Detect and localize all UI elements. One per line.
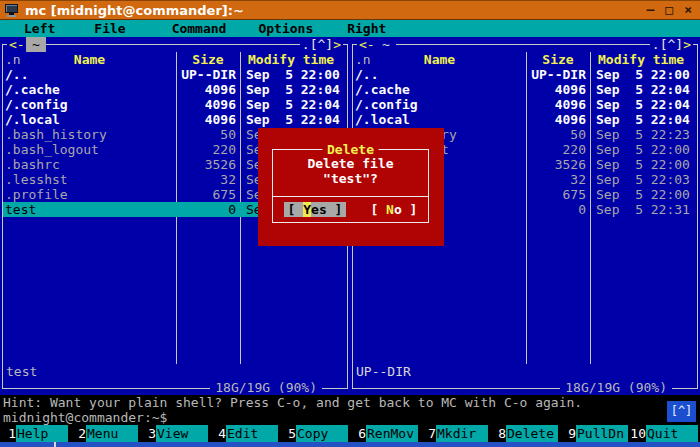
file-size: 4096 — [526, 112, 590, 127]
menu-file[interactable]: File — [94, 20, 125, 37]
column-header-size[interactable]: Size — [526, 52, 590, 67]
fkey-label: View — [156, 425, 208, 442]
file-row[interactable]: /.config4096Sep 5 22:04 — [353, 97, 697, 112]
column-headers: .n Name Size Modify time — [3, 52, 347, 67]
file-mtime: Sep 5 22:03 — [590, 172, 690, 187]
file-name: test — [3, 202, 176, 217]
file-size: UP--DIR — [176, 67, 240, 82]
function-key-bar: 1Help2Menu3View4Edit5Copy6RenMov7Mkdir8D… — [0, 425, 700, 442]
fkey-label: RenMov — [366, 425, 418, 442]
file-size: 220 — [176, 142, 240, 157]
file-size: 220 — [526, 142, 590, 157]
column-header-size[interactable]: Size — [176, 52, 240, 67]
file-name: /.local — [353, 112, 526, 127]
up-dir-icon[interactable]: [^] — [310, 37, 333, 52]
file-size: 675 — [176, 187, 240, 202]
resize-grip[interactable] — [54, 442, 56, 447]
fkey-quit-button[interactable]: 10Quit — [630, 425, 700, 442]
file-name: .bash_history — [3, 127, 176, 142]
disk-usage: 18G/19G (90%) — [560, 381, 672, 395]
minimize-icon[interactable]: – — [647, 1, 655, 19]
dotfiles-indicator: . — [652, 37, 660, 52]
window-bottom-border — [0, 442, 700, 447]
window-title: mc [midnight@commander]:~ — [25, 3, 244, 18]
file-row[interactable]: /.local4096Sep 5 22:04 — [3, 112, 347, 127]
file-mtime: Sep 5 22:04 — [590, 112, 690, 127]
fkey-help-button[interactable]: 1Help — [0, 425, 70, 442]
dialog-title: Delete — [322, 142, 379, 157]
fkey-view-button[interactable]: 3View — [140, 425, 210, 442]
file-row[interactable]: /.config4096Sep 5 22:04 — [3, 97, 347, 112]
history-forward-arrow[interactable]: > — [333, 37, 341, 52]
breadcrumb[interactable]: ~ — [26, 37, 46, 52]
file-mtime: Sep 5 22:00 — [590, 142, 690, 157]
file-name: /.config — [353, 97, 526, 112]
history-back-arrow[interactable]: <- — [7, 37, 27, 52]
fkey-menu-button[interactable]: 2Menu — [70, 425, 140, 442]
file-mtime: Sep 5 22:00 — [590, 187, 690, 202]
file-name: /.local — [3, 112, 176, 127]
file-name: .lesshst — [3, 172, 176, 187]
fkey-mkdir-button[interactable]: 7Mkdir — [420, 425, 490, 442]
file-size: 4096 — [526, 82, 590, 97]
file-size: 0 — [176, 202, 240, 217]
file-name: /.cache — [353, 82, 526, 97]
file-mtime: Sep 5 22:04 — [590, 97, 690, 112]
menu-left[interactable]: Left — [24, 20, 55, 37]
maximize-icon[interactable]: □ — [665, 1, 673, 19]
close-icon[interactable]: × — [684, 1, 692, 19]
file-name: /.config — [3, 97, 176, 112]
fkey-number: 10 — [630, 425, 646, 442]
column-header-name[interactable]: Name — [353, 52, 526, 67]
file-name: /.. — [3, 67, 176, 82]
file-row[interactable]: /..UP--DIRSep 5 22:00 — [3, 67, 347, 82]
file-size: 50 — [176, 127, 240, 142]
yes-button[interactable]: [ Yes ] — [284, 202, 347, 217]
up-dir-icon[interactable]: [^] — [660, 37, 683, 52]
fkey-label: PullDn — [576, 425, 628, 442]
file-size: 675 — [526, 187, 590, 202]
fkey-number: 4 — [210, 425, 226, 442]
file-row[interactable]: /..UP--DIRSep 5 22:00 — [353, 67, 697, 82]
fkey-number: 7 — [420, 425, 436, 442]
fkey-copy-button[interactable]: 5Copy — [280, 425, 350, 442]
mini-status: UP--DIR — [353, 364, 697, 379]
fkey-label: Delete — [506, 425, 558, 442]
file-row[interactable]: /.cache4096Sep 5 22:04 — [353, 82, 697, 97]
file-size: UP--DIR — [526, 67, 590, 82]
file-mtime: Sep 5 22:00 — [590, 67, 690, 82]
file-mtime: Sep 5 22:31 — [590, 202, 690, 217]
column-header-mtime[interactable]: Modify time — [598, 52, 684, 67]
file-size: 3526 — [176, 157, 240, 172]
fkey-number: 8 — [490, 425, 506, 442]
history-back-arrow[interactable]: <- — [357, 37, 377, 52]
file-row[interactable]: /.local4096Sep 5 22:04 — [353, 112, 697, 127]
menu-command[interactable]: Command — [172, 20, 227, 37]
menu-options[interactable]: Options — [258, 20, 313, 37]
terminal-icon — [5, 4, 19, 17]
file-size: 32 — [176, 172, 240, 187]
fkey-label: Help — [16, 425, 68, 442]
history-forward-arrow[interactable]: > — [683, 37, 691, 52]
file-name: .bashrc — [3, 157, 176, 172]
fkey-edit-button[interactable]: 4Edit — [210, 425, 280, 442]
fkey-delete-button[interactable]: 8Delete — [490, 425, 560, 442]
fkey-pulldn-button[interactable]: 9PullDn — [560, 425, 630, 442]
fkey-number: 3 — [140, 425, 156, 442]
fkey-renmov-button[interactable]: 6RenMov — [350, 425, 420, 442]
mini-status: test — [3, 364, 347, 379]
file-row[interactable]: /.cache4096Sep 5 22:04 — [3, 82, 347, 97]
column-header-name[interactable]: Name — [3, 52, 176, 67]
column-header-mtime[interactable]: Modify time — [248, 52, 334, 67]
scroll-up-icon[interactable]: [^] — [667, 401, 696, 422]
file-mtime: Sep 5 22:00 — [240, 67, 340, 82]
file-mtime: Sep 5 22:04 — [240, 112, 340, 127]
file-mtime: Sep 5 22:04 — [590, 82, 690, 97]
command-prompt[interactable]: midnight@commander:~$ — [0, 410, 700, 425]
file-size: 3526 — [526, 157, 590, 172]
delete-dialog: Delete Delete file "test"? [ Yes ] [ No … — [258, 128, 444, 246]
column-headers: .n Name Size Modify time — [353, 52, 697, 67]
breadcrumb[interactable]: ~ — [376, 37, 396, 52]
no-button[interactable]: [ No ] — [370, 202, 417, 217]
menu-right[interactable]: Right — [347, 20, 386, 37]
